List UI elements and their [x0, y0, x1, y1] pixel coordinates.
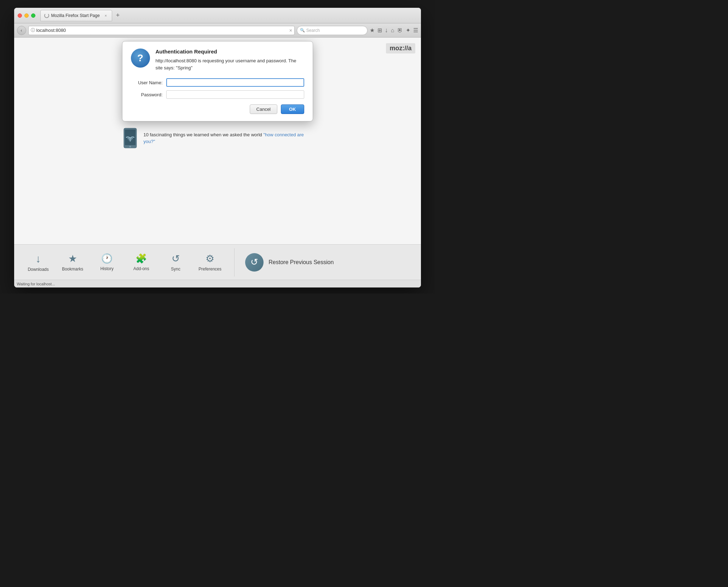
toolbar-icons: ★ ⊞ ↓ ⌂ ⛨ ✦ ☰ — [370, 27, 418, 34]
username-input[interactable] — [166, 78, 304, 87]
dialog-title: Authentication Required — [156, 49, 304, 55]
bottom-icons: ↓ Downloads ★ Bookmarks 🕐 History 🧩 Add-… — [14, 250, 235, 275]
shield-icon[interactable]: ⛨ — [397, 27, 403, 34]
tab-area: Mozilla Firefox Start Page × + — [40, 10, 417, 21]
menu-icon[interactable]: ☰ — [413, 27, 418, 34]
sync-label: Sync — [171, 267, 180, 272]
sidebar-item-sync[interactable]: ↺ Sync — [158, 250, 193, 274]
password-row: Password: — [131, 90, 304, 99]
navbar: ‹ ⓘ localhost:8080 × 🔍 Search ★ ⊞ ↓ ⌂ ⛨ … — [14, 23, 421, 38]
dialog-form: User Name: Password: — [131, 78, 304, 99]
dialog-buttons: Cancel OK — [131, 104, 304, 114]
auth-dialog: ? Authentication Required http://localho… — [122, 41, 313, 121]
history-icon: 🕐 — [101, 253, 112, 264]
bookmarks-icon: ★ — [68, 253, 77, 264]
search-icon: 🔍 — [300, 28, 305, 33]
search-placeholder-text: Search — [306, 28, 320, 33]
bookmarks-label: Bookmarks — [62, 267, 83, 272]
password-label: Password: — [131, 92, 163, 97]
customize-icon[interactable]: ✦ — [406, 27, 410, 34]
titlebar: Mozilla Firefox Start Page × + — [14, 8, 421, 23]
username-row: User Name: — [131, 78, 304, 87]
dialog-message: http://localhost:8080 is requesting your… — [156, 57, 304, 71]
home-icon[interactable]: ⌂ — [391, 27, 394, 34]
sidebar-item-history[interactable]: 🕐 History — [90, 250, 124, 274]
bottom-toolbar: ↓ Downloads ★ Bookmarks 🕐 History 🧩 Add-… — [14, 244, 421, 280]
download-icon[interactable]: ↓ — [385, 27, 388, 34]
sidebar-item-preferences[interactable]: ⚙ Preferences — [193, 250, 227, 274]
preferences-label: Preferences — [198, 267, 221, 272]
sidebar-item-addons[interactable]: 🧩 Add-ons — [124, 250, 158, 274]
auth-dialog-icon: ? — [131, 49, 150, 68]
restore-session-button[interactable]: ↺ Restore Previous Session — [235, 253, 421, 272]
history-label: History — [100, 266, 114, 271]
downloads-icon: ↓ — [36, 253, 41, 265]
new-tab-button[interactable]: + — [114, 11, 122, 20]
back-button[interactable]: ‹ — [17, 26, 26, 35]
close-window-button[interactable] — [18, 13, 22, 18]
username-label: User Name: — [131, 80, 163, 85]
dialog-overlay: ? Authentication Required http://localho… — [14, 38, 421, 244]
tab-close-button[interactable]: × — [103, 13, 108, 18]
dialog-title-area: Authentication Required http://localhost… — [156, 49, 304, 71]
status-bar: Waiting for localhost... — [14, 280, 421, 287]
addons-icon: 🧩 — [135, 253, 147, 264]
status-text: Waiting for localhost... — [17, 282, 55, 286]
dialog-header: ? Authentication Required http://localho… — [131, 49, 304, 71]
restore-session-icon: ↺ — [245, 253, 264, 272]
restore-session-text: Restore Previous Session — [268, 259, 334, 266]
browser-search-bar[interactable]: 🔍 Search — [297, 26, 368, 35]
sidebar-item-downloads[interactable]: ↓ Downloads — [21, 250, 56, 275]
address-info-icon: ⓘ — [31, 27, 35, 33]
minimize-window-button[interactable] — [24, 13, 29, 18]
bookmark-icon[interactable]: ★ — [370, 27, 375, 34]
tab-title: Mozilla Firefox Start Page — [51, 13, 100, 18]
browser-tab[interactable]: Mozilla Firefox Start Page × — [40, 10, 112, 21]
ok-button[interactable]: OK — [281, 104, 304, 114]
maximize-window-button[interactable] — [31, 13, 35, 18]
address-text: localhost:8080 — [36, 28, 288, 33]
preferences-icon: ⚙ — [206, 253, 214, 264]
browser-content: moz://a 🔍 Search — [14, 38, 421, 244]
sync-icon: ↺ — [172, 253, 180, 264]
address-bar[interactable]: ⓘ localhost:8080 × — [28, 26, 295, 35]
address-clear-button[interactable]: × — [289, 28, 292, 33]
cancel-button[interactable]: Cancel — [250, 104, 277, 114]
container-icon[interactable]: ⊞ — [377, 27, 382, 34]
browser-window: Mozilla Firefox Start Page × + ‹ ⓘ local… — [14, 8, 421, 287]
tab-loading-spinner — [44, 13, 49, 18]
traffic-lights — [18, 13, 35, 18]
downloads-label: Downloads — [28, 267, 48, 272]
password-input[interactable] — [166, 90, 304, 99]
sidebar-item-bookmarks[interactable]: ★ Bookmarks — [56, 250, 90, 274]
addons-label: Add-ons — [133, 266, 149, 271]
start-page: moz://a 🔍 Search — [14, 38, 421, 244]
